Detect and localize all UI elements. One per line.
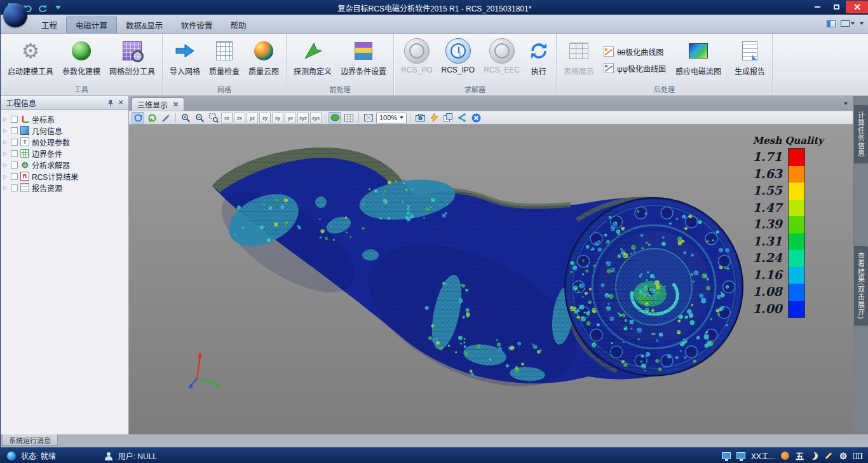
zoom-in-button[interactable] bbox=[179, 112, 192, 123]
qat-dropdown-icon[interactable] bbox=[53, 3, 63, 13]
quality-check-button[interactable]: 质量检查 bbox=[205, 36, 244, 84]
window-title: 复杂目标RCS电磁分析软件2015 R1 - RCS_2015031801* bbox=[115, 3, 754, 13]
probe-angle-button[interactable]: 探测角定义 bbox=[289, 36, 336, 84]
tree-item-boundary-conditions[interactable]: ▷ 边界条件 bbox=[2, 148, 128, 159]
view-results-vertical-tab[interactable]: 查看结果(双击展开) bbox=[854, 246, 868, 326]
ime-mode-button[interactable]: 五 bbox=[796, 450, 804, 462]
panel-close-button[interactable]: ✕ bbox=[116, 98, 126, 108]
button-label: 表格展示 bbox=[564, 66, 594, 76]
report-resource-icon bbox=[20, 183, 29, 192]
pin-icon bbox=[107, 99, 114, 107]
expander-icon[interactable]: ▷ bbox=[2, 128, 8, 134]
minimize-button[interactable] bbox=[808, 1, 827, 13]
tab-overflow-button[interactable] bbox=[844, 98, 848, 107]
wireframe-mode-button[interactable] bbox=[362, 112, 375, 123]
shaded-mode-button[interactable] bbox=[329, 112, 341, 123]
checkbox[interactable] bbox=[11, 116, 18, 123]
grid-mode-button[interactable] bbox=[342, 112, 355, 123]
view-button-iso-back[interactable]: zyx bbox=[310, 113, 322, 123]
tab-close-icon[interactable]: ✕ bbox=[173, 100, 179, 109]
view-button-iso[interactable]: xyz bbox=[297, 113, 309, 123]
zoom-window-button[interactable] bbox=[207, 112, 220, 123]
expander-icon[interactable]: ▷ bbox=[2, 151, 8, 156]
task-info-vertical-tab[interactable]: 计算任务信息 bbox=[854, 105, 868, 163]
checkbox[interactable] bbox=[11, 127, 18, 134]
highlight-button[interactable] bbox=[428, 112, 440, 123]
close-button[interactable]: ✕ bbox=[846, 1, 868, 13]
boundary-condition-button[interactable]: 边界条件设置 bbox=[336, 36, 391, 84]
close-view-button[interactable] bbox=[470, 112, 482, 123]
view-button-zy[interactable]: zy bbox=[259, 113, 271, 123]
menu-tab-help[interactable]: 帮助 bbox=[221, 17, 255, 33]
view-button-yx[interactable]: yx bbox=[285, 113, 296, 123]
bottom-dock-strip: 系统运行消息 bbox=[1, 434, 868, 447]
psi-polarization-curve-button[interactable]: ψψ极化曲线图 bbox=[604, 63, 666, 74]
app-logo[interactable] bbox=[3, 3, 27, 27]
measure-button[interactable] bbox=[159, 112, 172, 123]
monitor-icon[interactable] bbox=[722, 452, 731, 460]
checkbox[interactable] bbox=[11, 173, 18, 180]
checkbox[interactable] bbox=[11, 139, 18, 146]
menu-tabs: 工程 电磁计算 数据&显示 软件设置 帮助 bbox=[32, 17, 255, 33]
ime-paw-icon[interactable] bbox=[781, 452, 790, 460]
view-button-yz[interactable]: yz bbox=[247, 113, 258, 123]
button-label: ψψ极化曲线图 bbox=[617, 63, 666, 74]
launch-modeling-tool-button[interactable]: 启动建模工具 bbox=[3, 36, 58, 84]
execute-button[interactable]: 执行 bbox=[524, 36, 553, 84]
maximize-button[interactable] bbox=[827, 1, 846, 13]
zoom-level-select[interactable]: 100% bbox=[376, 113, 407, 123]
orbit-button[interactable] bbox=[132, 112, 144, 123]
tab-3d-display[interactable]: 三维显示 ✕ bbox=[132, 97, 184, 111]
rcs-ipo-button[interactable]: RCS_IPO bbox=[437, 36, 479, 84]
view-button-zx[interactable]: zx bbox=[234, 113, 245, 123]
menu-tab-em-compute[interactable]: 电磁计算 bbox=[66, 17, 117, 33]
import-mesh-button[interactable]: 导入网格 bbox=[165, 36, 205, 84]
pin-button[interactable] bbox=[105, 98, 116, 108]
tree-item-solver[interactable]: ▷ 分析求解器 bbox=[2, 159, 128, 170]
curve-chart-icon bbox=[604, 46, 614, 57]
3d-viewport[interactable]: Mesh Quality 1.71 1.63 1.55 1.47 1.39 1.… bbox=[129, 125, 853, 434]
tree-item-report-resources[interactable]: ▷ 报告资源 bbox=[2, 182, 128, 193]
expander-icon[interactable]: ▷ bbox=[2, 162, 8, 168]
view-button-xy[interactable]: xy bbox=[272, 113, 283, 123]
induced-current-map-button[interactable]: 感应电磁流图 bbox=[671, 36, 726, 84]
display-settings-button[interactable] bbox=[841, 20, 855, 27]
expander-icon[interactable]: ▷ bbox=[2, 185, 8, 191]
expander-icon[interactable]: ▷ bbox=[2, 139, 8, 145]
copy-view-button[interactable] bbox=[442, 112, 454, 123]
keyboard-icon[interactable] bbox=[853, 452, 862, 460]
quality-contour-button[interactable]: 质量云图 bbox=[244, 36, 283, 84]
tree-item-preprocess-params[interactable]: ▷ T 前处理参数 bbox=[2, 136, 128, 148]
gear-icon[interactable] bbox=[839, 452, 848, 460]
moon-icon[interactable] bbox=[810, 452, 818, 460]
menu-tab-data-display[interactable]: 数据&显示 bbox=[117, 17, 172, 33]
theta-polarization-curve-button[interactable]: θθ极化曲线图 bbox=[604, 46, 666, 57]
redo-button[interactable] bbox=[37, 3, 48, 13]
generate-report-button[interactable]: 生成报告 bbox=[730, 36, 770, 84]
menu-tab-settings[interactable]: 软件设置 bbox=[172, 17, 221, 33]
menu-tab-project[interactable]: 工程 bbox=[32, 17, 66, 33]
expander-icon[interactable]: ▷ bbox=[2, 174, 8, 179]
export-view-button[interactable] bbox=[456, 112, 468, 123]
checkbox[interactable] bbox=[11, 150, 18, 157]
checkbox[interactable] bbox=[11, 184, 18, 191]
zoom-out-button[interactable] bbox=[193, 112, 206, 123]
capture-button[interactable] bbox=[414, 112, 426, 123]
pen-icon[interactable] bbox=[824, 452, 833, 460]
panel-toggle-button[interactable] bbox=[827, 20, 836, 27]
view-button-xz[interactable]: xz bbox=[221, 113, 233, 123]
right-dock-strip: 计算任务信息 查看结果(双击展开) bbox=[853, 96, 868, 434]
project-tree: ▷ 坐标系 ▷ 几何信息 ▷ T 前处理参数 ▷ 边界条件 ▷ 分析求解器 bbox=[1, 110, 128, 193]
more-options-button[interactable] bbox=[860, 22, 864, 25]
expander-icon[interactable]: ▷ bbox=[2, 116, 8, 122]
mesh-partition-tool-button[interactable]: 网格剖分工具 bbox=[105, 36, 159, 84]
tree-item-rcs-results[interactable]: ▷ R RCS计算结果 bbox=[2, 170, 128, 182]
parametric-modeling-button[interactable]: 参数化建模 bbox=[58, 36, 105, 84]
checkbox[interactable] bbox=[11, 162, 18, 169]
monitor-icon[interactable] bbox=[736, 452, 745, 460]
fit-view-button[interactable] bbox=[146, 112, 158, 123]
solver-badge-icon bbox=[445, 38, 471, 64]
system-message-tab[interactable]: 系统运行消息 bbox=[2, 434, 58, 446]
tree-item-geometry-info[interactable]: ▷ 几何信息 bbox=[2, 125, 128, 136]
tree-item-coordinate-system[interactable]: ▷ 坐标系 bbox=[2, 113, 128, 125]
